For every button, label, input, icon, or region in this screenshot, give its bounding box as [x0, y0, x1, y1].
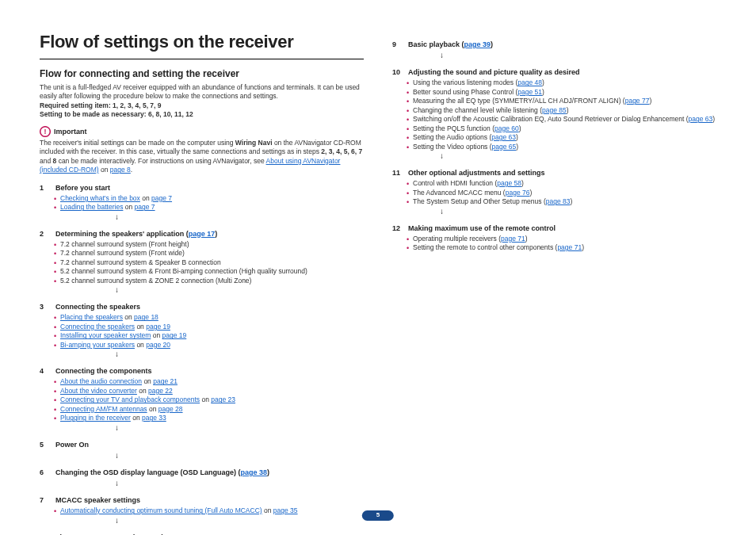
- list-item: The Advanced MCACC menu (page 76): [407, 189, 716, 197]
- inline-link[interactable]: page 48: [517, 78, 542, 86]
- page-link[interactable]: page 19: [146, 323, 170, 331]
- inline-link[interactable]: page 58: [497, 179, 521, 187]
- section-title-link[interactable]: page 38: [241, 468, 268, 476]
- section-number: 2: [40, 229, 48, 239]
- section-head: 5Power On: [40, 440, 364, 449]
- required-line: Required setting item: 1, 2, 3, 4, 5, 7,…: [40, 101, 364, 110]
- bullet-list: Placing the speakers on page 18Connectin…: [40, 313, 364, 350]
- section-title: Changing the OSD display language (OSD L…: [55, 468, 269, 477]
- important-icon: !: [40, 126, 51, 137]
- intro-text: The unit is a full-fledged AV receiver e…: [40, 83, 364, 101]
- section-title: MCACC speaker settings: [55, 495, 140, 505]
- inline-link[interactable]: About the video converter: [60, 387, 137, 395]
- page-link[interactable]: page 21: [153, 377, 178, 385]
- section-head: 8The Input Setup menu (page 36): [40, 533, 364, 535]
- page-link[interactable]: page 18: [134, 313, 158, 321]
- section-number: 3: [40, 302, 48, 311]
- list-item: Setting the remote to control other comp…: [407, 243, 716, 252]
- inline-link[interactable]: Installing your speaker system: [60, 331, 151, 339]
- inline-link[interactable]: page 83: [546, 197, 571, 205]
- important-header: ! Important: [40, 126, 364, 137]
- list-item: Better sound using Phase Control (page 5…: [407, 88, 716, 97]
- section-title: The Input Setup menu (page 36): [55, 533, 164, 535]
- flow-arrow-icon: ↓: [40, 451, 364, 460]
- list-item: Control with HDMI function (page 58): [407, 179, 716, 188]
- inline-link[interactable]: Checking what's in the box: [60, 194, 140, 202]
- inline-link[interactable]: Automatically conducting optimum sound t…: [60, 506, 262, 514]
- list-item: Setting the Audio options (page 63): [407, 133, 716, 142]
- page-link[interactable]: page 35: [273, 506, 298, 514]
- inline-link[interactable]: page 71: [501, 235, 525, 243]
- section-title: Adjusting the sound and picture quality …: [408, 67, 580, 77]
- page-number-badge: 5: [362, 510, 394, 521]
- section-number: 7: [40, 495, 48, 505]
- inline-link[interactable]: page 63: [491, 133, 516, 141]
- inline-link[interactable]: Connecting your TV and playback componen…: [60, 396, 200, 403]
- inline-link[interactable]: About the audio connection: [60, 377, 142, 385]
- section-head: 2Determining the speakers' application (…: [40, 229, 364, 239]
- bullet-list: 7.2 channel surround system (Front heigh…: [40, 240, 364, 285]
- inline-link[interactable]: page 71: [557, 243, 582, 251]
- flow-arrow-icon: ↓: [392, 51, 716, 59]
- section-title: Connecting the components: [55, 366, 152, 376]
- page-link[interactable]: page 20: [146, 341, 170, 349]
- section-head: 7MCACC speaker settings: [40, 495, 364, 505]
- section-number: 5: [40, 440, 48, 449]
- inline-link[interactable]: Connecting AM/FM antennas: [60, 405, 147, 413]
- inline-link[interactable]: page 60: [494, 124, 519, 132]
- section-title: Other optional adjustments and settings: [408, 168, 545, 178]
- list-item: 7.2 channel surround system (Front heigh…: [54, 240, 364, 249]
- section-title: Before you start: [55, 183, 110, 193]
- link-page8[interactable]: page 8: [110, 166, 131, 174]
- section-number: 9: [392, 40, 400, 49]
- list-item: Connecting the speakers on page 19: [54, 323, 364, 331]
- svg-text:!: !: [44, 128, 47, 136]
- inline-link[interactable]: Placing the speakers: [60, 313, 123, 321]
- flow-arrow-icon: ↓: [40, 423, 364, 432]
- page-link[interactable]: page 7: [151, 194, 172, 202]
- section-number: 12: [392, 224, 400, 233]
- page-link[interactable]: page 33: [142, 414, 166, 422]
- section-number: 4: [40, 366, 48, 376]
- inline-link[interactable]: page 76: [506, 189, 530, 197]
- list-item: The System Setup and Other Setup menus (…: [407, 197, 716, 206]
- list-item: Automatically conducting optimum sound t…: [54, 506, 364, 515]
- list-item: Operating multiple receivers (page 71): [407, 235, 716, 243]
- list-item: Changing the channel level while listeni…: [407, 106, 716, 115]
- inline-link[interactable]: Plugging in the receiver: [60, 414, 131, 422]
- bullet-list: Automatically conducting optimum sound t…: [40, 506, 364, 515]
- page-title: Flow of settings on the receiver: [40, 30, 364, 54]
- inline-link[interactable]: page 77: [625, 97, 650, 105]
- page-link[interactable]: page 7: [135, 203, 155, 211]
- section-head: 9Basic playback (page 39): [392, 40, 716, 49]
- page-link[interactable]: page 19: [162, 331, 187, 339]
- list-item: About the audio connection on page 21: [54, 377, 364, 386]
- section-title: Making maximum use of the remote control: [408, 224, 556, 233]
- section-head: 11Other optional adjustments and setting…: [392, 168, 716, 178]
- inline-link[interactable]: page 65: [492, 143, 517, 151]
- list-item: Loading the batteries on page 7: [54, 203, 364, 212]
- page-link[interactable]: page 22: [148, 387, 173, 395]
- inline-link[interactable]: Bi-amping your speakers: [60, 341, 135, 349]
- list-item: Placing the speakers on page 18: [54, 313, 364, 322]
- section-title: Power On: [55, 440, 89, 449]
- list-item: 5.2 channel surround system & Front Bi-a…: [54, 267, 364, 276]
- inline-link[interactable]: Loading the batteries: [60, 203, 123, 211]
- list-item: 7.2 channel surround system & Speaker B …: [54, 258, 364, 267]
- section-title-link[interactable]: page 39: [464, 40, 491, 48]
- list-item: Checking what's in the box on page 7: [54, 194, 364, 203]
- bullet-list: Checking what's in the box on page 7Load…: [40, 194, 364, 212]
- inline-link[interactable]: page 85: [542, 106, 567, 114]
- section-title-link[interactable]: page 17: [189, 230, 216, 238]
- section-number: 10: [392, 67, 400, 77]
- inline-link[interactable]: Connecting the speakers: [60, 323, 135, 331]
- inline-link[interactable]: page 63: [689, 115, 713, 123]
- list-item: Plugging in the receiver on page 33: [54, 414, 364, 422]
- inline-link[interactable]: page 51: [517, 88, 542, 96]
- page-link[interactable]: page 23: [211, 396, 235, 403]
- list-item: Bi-amping your speakers on page 20: [54, 341, 364, 350]
- right-column: 9Basic playback (page 39)↓10Adjusting th…: [392, 30, 716, 535]
- page-link[interactable]: page 28: [158, 405, 183, 413]
- section-number: 8: [40, 533, 48, 535]
- title-rule: [40, 59, 364, 59]
